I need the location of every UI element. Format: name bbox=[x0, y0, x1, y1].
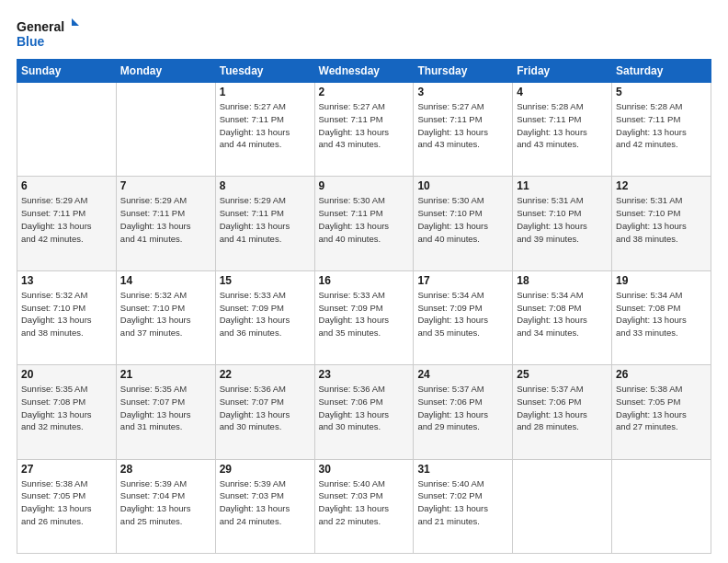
day-number: 4 bbox=[517, 86, 608, 98]
table-row bbox=[612, 459, 711, 553]
table-row: 1Sunrise: 5:27 AM Sunset: 7:11 PM Daylig… bbox=[215, 83, 314, 177]
page: General Blue Sunday Monday Tuesday Wedne… bbox=[0, 0, 728, 563]
day-info: Sunrise: 5:34 AM Sunset: 7:08 PM Dayligh… bbox=[517, 289, 608, 339]
day-number: 5 bbox=[616, 86, 707, 98]
day-info: Sunrise: 5:35 AM Sunset: 7:07 PM Dayligh… bbox=[120, 383, 211, 433]
calendar-week-row: 13Sunrise: 5:32 AM Sunset: 7:10 PM Dayli… bbox=[17, 270, 711, 364]
table-row bbox=[116, 83, 215, 177]
day-number: 14 bbox=[120, 274, 211, 287]
day-number: 11 bbox=[517, 179, 608, 192]
day-info: Sunrise: 5:29 AM Sunset: 7:11 PM Dayligh… bbox=[120, 194, 211, 245]
logo-icon: General Blue bbox=[17, 17, 81, 50]
table-row: 3Sunrise: 5:27 AM Sunset: 7:11 PM Daylig… bbox=[414, 83, 513, 177]
day-number: 24 bbox=[417, 368, 508, 381]
table-row: 26Sunrise: 5:38 AM Sunset: 7:05 PM Dayli… bbox=[612, 365, 711, 459]
day-info: Sunrise: 5:36 AM Sunset: 7:07 PM Dayligh… bbox=[220, 383, 311, 433]
col-thursday: Thursday bbox=[414, 60, 513, 83]
table-row: 5Sunrise: 5:28 AM Sunset: 7:11 PM Daylig… bbox=[612, 83, 711, 177]
calendar-table: Sunday Monday Tuesday Wednesday Thursday… bbox=[17, 59, 711, 554]
day-number: 27 bbox=[21, 463, 112, 476]
day-number: 23 bbox=[319, 368, 410, 381]
day-info: Sunrise: 5:28 AM Sunset: 7:11 PM Dayligh… bbox=[616, 100, 707, 151]
day-info: Sunrise: 5:39 AM Sunset: 7:03 PM Dayligh… bbox=[220, 477, 311, 528]
table-row: 30Sunrise: 5:40 AM Sunset: 7:03 PM Dayli… bbox=[314, 459, 414, 553]
table-row: 25Sunrise: 5:37 AM Sunset: 7:06 PM Dayli… bbox=[513, 365, 612, 459]
day-info: Sunrise: 5:27 AM Sunset: 7:11 PM Dayligh… bbox=[319, 100, 410, 151]
calendar-week-row: 6Sunrise: 5:29 AM Sunset: 7:11 PM Daylig… bbox=[17, 177, 711, 270]
table-row: 27Sunrise: 5:38 AM Sunset: 7:05 PM Dayli… bbox=[17, 459, 117, 553]
table-row: 22Sunrise: 5:36 AM Sunset: 7:07 PM Dayli… bbox=[215, 365, 314, 459]
day-number: 21 bbox=[120, 368, 211, 381]
col-wednesday: Wednesday bbox=[314, 60, 414, 83]
day-info: Sunrise: 5:27 AM Sunset: 7:11 PM Dayligh… bbox=[417, 100, 508, 151]
calendar-week-row: 1Sunrise: 5:27 AM Sunset: 7:11 PM Daylig… bbox=[17, 83, 711, 177]
table-row: 11Sunrise: 5:31 AM Sunset: 7:10 PM Dayli… bbox=[513, 177, 612, 270]
day-info: Sunrise: 5:32 AM Sunset: 7:10 PM Dayligh… bbox=[120, 289, 211, 339]
table-row: 31Sunrise: 5:40 AM Sunset: 7:02 PM Dayli… bbox=[414, 459, 513, 553]
day-info: Sunrise: 5:34 AM Sunset: 7:08 PM Dayligh… bbox=[616, 289, 707, 339]
day-number: 6 bbox=[21, 179, 112, 192]
day-info: Sunrise: 5:33 AM Sunset: 7:09 PM Dayligh… bbox=[319, 289, 410, 339]
table-row: 29Sunrise: 5:39 AM Sunset: 7:03 PM Dayli… bbox=[215, 459, 314, 553]
day-info: Sunrise: 5:38 AM Sunset: 7:05 PM Dayligh… bbox=[21, 477, 112, 528]
table-row: 13Sunrise: 5:32 AM Sunset: 7:10 PM Dayli… bbox=[17, 270, 117, 364]
table-row: 17Sunrise: 5:34 AM Sunset: 7:09 PM Dayli… bbox=[414, 270, 513, 364]
svg-text:General: General bbox=[17, 19, 64, 34]
day-number: 17 bbox=[417, 274, 508, 287]
day-info: Sunrise: 5:32 AM Sunset: 7:10 PM Dayligh… bbox=[21, 289, 112, 339]
day-number: 2 bbox=[319, 86, 410, 98]
day-info: Sunrise: 5:29 AM Sunset: 7:11 PM Dayligh… bbox=[220, 194, 311, 245]
table-row: 6Sunrise: 5:29 AM Sunset: 7:11 PM Daylig… bbox=[17, 177, 117, 270]
day-number: 29 bbox=[220, 463, 311, 476]
table-row: 10Sunrise: 5:30 AM Sunset: 7:10 PM Dayli… bbox=[414, 177, 513, 270]
day-info: Sunrise: 5:35 AM Sunset: 7:08 PM Dayligh… bbox=[21, 383, 112, 433]
day-info: Sunrise: 5:40 AM Sunset: 7:03 PM Dayligh… bbox=[319, 477, 410, 528]
day-info: Sunrise: 5:30 AM Sunset: 7:11 PM Dayligh… bbox=[319, 194, 410, 245]
table-row: 28Sunrise: 5:39 AM Sunset: 7:04 PM Dayli… bbox=[116, 459, 215, 553]
day-info: Sunrise: 5:36 AM Sunset: 7:06 PM Dayligh… bbox=[319, 383, 410, 433]
day-info: Sunrise: 5:29 AM Sunset: 7:11 PM Dayligh… bbox=[21, 194, 112, 245]
table-row: 14Sunrise: 5:32 AM Sunset: 7:10 PM Dayli… bbox=[116, 270, 215, 364]
day-number: 25 bbox=[517, 368, 608, 381]
day-number: 20 bbox=[21, 368, 112, 381]
col-saturday: Saturday bbox=[612, 60, 711, 83]
day-number: 19 bbox=[616, 274, 707, 287]
day-info: Sunrise: 5:38 AM Sunset: 7:05 PM Dayligh… bbox=[616, 383, 707, 433]
day-number: 1 bbox=[220, 86, 311, 98]
day-info: Sunrise: 5:34 AM Sunset: 7:09 PM Dayligh… bbox=[417, 289, 508, 339]
day-number: 16 bbox=[319, 274, 410, 287]
day-number: 8 bbox=[220, 179, 311, 192]
table-row: 12Sunrise: 5:31 AM Sunset: 7:10 PM Dayli… bbox=[612, 177, 711, 270]
calendar-header-row: Sunday Monday Tuesday Wednesday Thursday… bbox=[17, 60, 711, 83]
table-row: 21Sunrise: 5:35 AM Sunset: 7:07 PM Dayli… bbox=[116, 365, 215, 459]
col-sunday: Sunday bbox=[17, 60, 117, 83]
table-row: 16Sunrise: 5:33 AM Sunset: 7:09 PM Dayli… bbox=[314, 270, 414, 364]
day-info: Sunrise: 5:37 AM Sunset: 7:06 PM Dayligh… bbox=[517, 383, 608, 433]
day-info: Sunrise: 5:39 AM Sunset: 7:04 PM Dayligh… bbox=[120, 477, 211, 528]
day-number: 7 bbox=[120, 179, 211, 192]
calendar-week-row: 20Sunrise: 5:35 AM Sunset: 7:08 PM Dayli… bbox=[17, 365, 711, 459]
table-row: 4Sunrise: 5:28 AM Sunset: 7:11 PM Daylig… bbox=[513, 83, 612, 177]
table-row: 20Sunrise: 5:35 AM Sunset: 7:08 PM Dayli… bbox=[17, 365, 117, 459]
day-number: 13 bbox=[21, 274, 112, 287]
table-row: 18Sunrise: 5:34 AM Sunset: 7:08 PM Dayli… bbox=[513, 270, 612, 364]
day-number: 28 bbox=[120, 463, 211, 476]
header: General Blue bbox=[17, 17, 711, 50]
svg-text:Blue: Blue bbox=[17, 34, 45, 49]
day-number: 10 bbox=[417, 179, 508, 192]
day-info: Sunrise: 5:33 AM Sunset: 7:09 PM Dayligh… bbox=[220, 289, 311, 339]
calendar-week-row: 27Sunrise: 5:38 AM Sunset: 7:05 PM Dayli… bbox=[17, 459, 711, 553]
day-info: Sunrise: 5:31 AM Sunset: 7:10 PM Dayligh… bbox=[616, 194, 707, 245]
day-number: 18 bbox=[517, 274, 608, 287]
day-number: 30 bbox=[319, 463, 410, 476]
table-row: 23Sunrise: 5:36 AM Sunset: 7:06 PM Dayli… bbox=[314, 365, 414, 459]
day-number: 31 bbox=[417, 463, 508, 476]
table-row: 24Sunrise: 5:37 AM Sunset: 7:06 PM Dayli… bbox=[414, 365, 513, 459]
col-monday: Monday bbox=[116, 60, 215, 83]
table-row bbox=[513, 459, 612, 553]
day-info: Sunrise: 5:28 AM Sunset: 7:11 PM Dayligh… bbox=[517, 100, 608, 151]
day-info: Sunrise: 5:37 AM Sunset: 7:06 PM Dayligh… bbox=[417, 383, 508, 433]
table-row: 19Sunrise: 5:34 AM Sunset: 7:08 PM Dayli… bbox=[612, 270, 711, 364]
table-row: 9Sunrise: 5:30 AM Sunset: 7:11 PM Daylig… bbox=[314, 177, 414, 270]
day-number: 9 bbox=[319, 179, 410, 192]
